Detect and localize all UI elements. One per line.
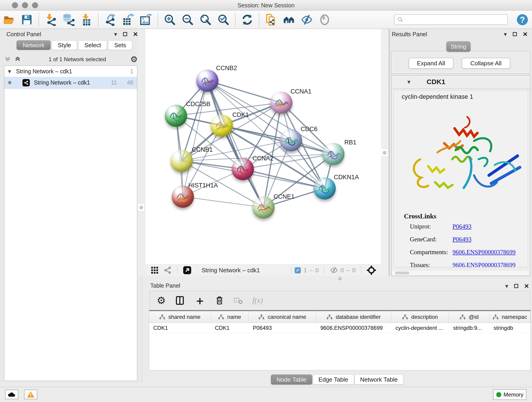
import-network-button[interactable] [44, 13, 57, 26]
import-network-from-database-button[interactable] [62, 13, 75, 26]
apply-layout-button[interactable] [241, 13, 254, 26]
zoom-out-button[interactable] [181, 13, 194, 26]
save-session-button[interactable] [20, 13, 33, 26]
tab-edge-table[interactable]: Edge Table [313, 375, 354, 385]
table-cell[interactable]: CDK1 [149, 323, 211, 333]
section-expand-icon[interactable]: ▾ [407, 79, 410, 85]
birds-eye-view-icon[interactable] [151, 266, 159, 274]
compartments-link[interactable]: 9606.ENSP00000378699 [452, 249, 515, 256]
tab-sets[interactable]: Sets [108, 40, 132, 50]
network-canvas[interactable]: CCNB2CCNA1CDC25BCDK1CDC6RB1CCNB1CCNA2CDK… [146, 29, 381, 264]
import-table-button[interactable] [80, 13, 93, 26]
external-link-icon[interactable] [183, 266, 191, 274]
network-node-cdk1[interactable] [211, 115, 233, 137]
tab-string[interactable]: String [446, 41, 471, 52]
right-splitter[interactable] [381, 29, 389, 279]
crosslink-row: GeneCard: P06493 [410, 236, 525, 244]
column-header-namespac[interactable]: namespac [489, 311, 530, 323]
show-columns-icon[interactable] [175, 296, 184, 305]
open-session-button[interactable] [2, 13, 16, 26]
close-panel-icon[interactable]: × [133, 31, 138, 37]
network-node-cdc25b[interactable] [165, 105, 187, 127]
gray-orb-icon [318, 13, 331, 26]
float-panel-icon[interactable] [513, 32, 517, 36]
collapse-panel-icon[interactable]: ▾ [114, 31, 117, 37]
network-node-ccnb2[interactable] [196, 70, 219, 92]
network-node-cdkn1a[interactable] [314, 177, 336, 200]
string-import-button[interactable] [264, 13, 278, 26]
crosshair-navigate-icon[interactable] [367, 266, 376, 275]
genecard-link[interactable]: P06493 [452, 236, 472, 244]
tab-select[interactable]: Select [78, 40, 107, 50]
cloud-button[interactable] [5, 390, 18, 399]
network-node-cdc6[interactable] [280, 129, 302, 152]
delete-column-trash-icon[interactable] [215, 296, 224, 305]
tab-network[interactable]: Network [17, 40, 51, 50]
column-header-shared-name[interactable]: shared name [149, 311, 211, 323]
zoom-fit-button[interactable] [199, 13, 212, 26]
hide-glass-button[interactable] [300, 13, 313, 26]
float-panel-icon[interactable] [123, 32, 127, 36]
table-cell[interactable]: cyclin-dependent ... [391, 323, 449, 333]
table-cell[interactable]: stringdb:9... [449, 323, 489, 333]
network-node-ccna2[interactable] [232, 158, 254, 180]
tab-style[interactable]: Style [51, 40, 77, 50]
close-panel-icon[interactable]: × [524, 283, 529, 289]
help-button[interactable]: ? [516, 14, 528, 26]
collapse-all-button[interactable]: Collapse All [462, 58, 510, 69]
column-header-canonical-name[interactable]: canonical name [249, 311, 316, 323]
network-node-ccna1[interactable] [270, 92, 293, 114]
export-network-button[interactable] [104, 13, 117, 26]
gene-section-header[interactable]: ▾ CDK1 [392, 76, 530, 89]
column-header-database-identifier[interactable]: database identifier [316, 311, 391, 323]
warnings-button[interactable] [24, 390, 37, 399]
toolbar-separator [98, 13, 99, 26]
search-input[interactable] [405, 16, 505, 23]
network-node-ccne1[interactable] [253, 196, 275, 219]
network-edge[interactable] [183, 81, 207, 197]
left-splitter[interactable] [138, 29, 146, 276]
network-edge[interactable] [183, 197, 264, 207]
network-row-selected[interactable]: String Network – cdk1 11 48 [4, 77, 137, 89]
table-cell[interactable]: CDK1 [211, 323, 249, 333]
network-node-ccnb1[interactable] [171, 150, 193, 172]
network-options-gear-icon[interactable]: ⚙ [130, 55, 138, 64]
collapse-panel-icon[interactable]: ▾ [504, 31, 507, 37]
string-home-button[interactable] [282, 13, 296, 26]
network-edges [146, 29, 381, 264]
network-node-rb1[interactable] [322, 143, 345, 165]
tab-network-table[interactable]: Network Table [355, 375, 404, 385]
float-panel-icon[interactable] [514, 284, 518, 288]
uniprot-link[interactable]: P06493 [452, 223, 472, 231]
expand-all-button[interactable]: Expand All [409, 58, 453, 69]
add-column-icon[interactable]: ＋ [194, 297, 206, 305]
collapse-panel-icon[interactable]: ▾ [505, 283, 508, 289]
tab-node-table[interactable]: Node Table [271, 375, 312, 385]
close-panel-icon[interactable]: × [523, 31, 527, 37]
expand-all-networks-icon[interactable] [4, 56, 11, 63]
export-table-button[interactable] [121, 13, 135, 26]
collapse-all-networks-icon[interactable] [14, 56, 21, 63]
network-edge[interactable] [243, 169, 325, 188]
selected-checkbox-icon[interactable]: ✓ [295, 267, 301, 274]
network-collection-row[interactable]: ▾ String Network – cdk1 1 [4, 66, 137, 77]
column-header-description[interactable]: description [391, 311, 449, 323]
table-cell[interactable]: stringdb [489, 323, 530, 333]
table-cell[interactable]: P06493 [249, 323, 316, 333]
export-image-button[interactable] [139, 13, 152, 26]
column-header--id[interactable]: @id [449, 311, 489, 323]
share-network-icon[interactable] [163, 266, 172, 274]
protein-structure-image [399, 107, 527, 205]
tissues-link[interactable]: 9606.ENSP00000378699 [452, 262, 515, 267]
results-scrollbar[interactable] [392, 271, 529, 275]
show-glass-button[interactable] [318, 13, 331, 26]
table-row[interactable]: CDK1CDK1P064939606.ENSP00000378699cyclin… [149, 323, 530, 333]
zoom-selected-button[interactable] [217, 13, 230, 26]
tree-expand-icon[interactable]: ▾ [8, 68, 11, 74]
node-structure-image [165, 105, 187, 127]
table-cell[interactable]: 9606.ENSP00000378699 [316, 323, 391, 333]
column-header-name[interactable]: name [211, 311, 249, 323]
zoom-in-button[interactable] [163, 13, 177, 26]
memory-button[interactable]: Memory [493, 389, 526, 400]
table-options-gear-icon[interactable]: ⚙ [157, 295, 166, 306]
